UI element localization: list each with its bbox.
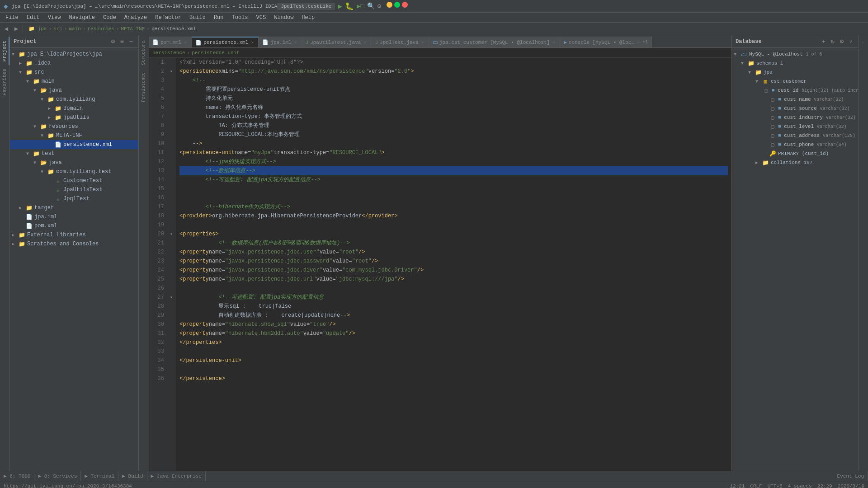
tree-arrow-icon[interactable]: ▶ xyxy=(12,241,18,247)
tree-item[interactable]: ▶📁External Libraries xyxy=(10,230,138,239)
maximize-button[interactable] xyxy=(394,2,400,8)
db-tree-item[interactable]: ▢■ cust_industry varchar(32) xyxy=(732,113,858,122)
menu-analyze[interactable]: Analyze xyxy=(121,14,151,22)
tab-db-customer[interactable]: 🗃 jpa.cst_customer [MySQL • @localhost] … xyxy=(429,37,560,47)
tree-arrow-icon[interactable]: ▼ xyxy=(33,160,40,165)
tab-close-jpa-utils-test[interactable]: ✕ xyxy=(363,40,367,45)
tree-item[interactable]: ▼📁com.iyiliang.test xyxy=(10,167,138,176)
bottom-tab-terminal[interactable]: ▶ Terminal xyxy=(81,471,118,481)
code-line[interactable]: 自动创建数据库表 : create|update|none--> xyxy=(179,311,728,320)
tree-item[interactable]: ▼📁src xyxy=(10,68,138,77)
tree-item[interactable]: ☕JpaUtilsTest xyxy=(10,185,138,194)
tab-close-pom[interactable]: ✕ xyxy=(183,40,188,45)
back-icon[interactable]: ◀ xyxy=(2,24,11,33)
code-content[interactable]: <?xml version="1.0" encoding="UTF-8"?><p… xyxy=(176,58,731,471)
db-tree-item[interactable]: ▢■ cust_name varchar(32) xyxy=(732,95,858,104)
menu-build[interactable]: Build xyxy=(186,14,209,22)
menu-code[interactable]: Code xyxy=(99,14,120,22)
tree-item[interactable]: ▼📁META-INF xyxy=(10,131,138,140)
vtab-favorites[interactable]: Favorites xyxy=(0,65,9,99)
db-tree-item[interactable]: ▢■ cust_id bigint(32) (auto increment) xyxy=(732,86,858,95)
tab-close-console[interactable]: ✕ xyxy=(636,40,641,45)
bottom-tab-javaee[interactable]: ▶ Java Enterprise xyxy=(147,471,206,481)
code-line[interactable]: </properties> xyxy=(179,338,728,347)
code-line[interactable]: TA: 分布式事务管理 xyxy=(179,121,728,130)
code-line[interactable]: <property name="javax.persistence.jdbc.u… xyxy=(179,248,728,257)
tree-arrow-icon[interactable]: ▼ xyxy=(41,97,47,102)
settings-icon[interactable]: ⚙ xyxy=(377,2,381,10)
tree-arrow-icon[interactable]: ▶ xyxy=(48,115,54,120)
tree-item[interactable]: ▼📁com.iyiliang xyxy=(10,95,138,104)
fold-icon[interactable]: ▾ xyxy=(170,295,173,300)
code-line[interactable]: <!--jpa的快速实现方式--> xyxy=(179,157,728,166)
tab-jpql-test[interactable]: J JpqlTest.java ✕ xyxy=(371,37,429,47)
code-breadcrumb-persistence[interactable]: persistence xyxy=(152,50,185,56)
search-icon[interactable]: 🔍 xyxy=(367,2,375,10)
tree-arrow-icon[interactable]: ▼ xyxy=(33,88,40,93)
db-settings-icon[interactable]: ⚙ xyxy=(838,38,845,45)
code-line[interactable]: </persistence-unit> xyxy=(179,356,728,365)
tab-persistence-xml[interactable]: 📄 persistence.xml ✕ xyxy=(192,37,259,47)
menu-navigate[interactable]: Navigate xyxy=(65,14,99,22)
breadcrumb-jpa[interactable]: 📁 jpa xyxy=(28,26,47,32)
code-line[interactable] xyxy=(179,365,728,374)
db-refresh-icon[interactable]: ↻ xyxy=(829,38,836,45)
tree-item[interactable]: ▼📁resources xyxy=(10,122,138,131)
code-line[interactable] xyxy=(179,284,728,293)
tree-arrow-icon[interactable]: ▼ xyxy=(41,133,47,138)
status-charset[interactable]: UTF-8 xyxy=(768,483,783,488)
sidebar-collapse-icon[interactable]: − xyxy=(127,38,135,45)
code-line[interactable] xyxy=(179,184,728,193)
tree-item[interactable]: ▼📂java xyxy=(10,86,138,95)
forward-icon[interactable]: ▶ xyxy=(12,24,21,33)
code-line[interactable] xyxy=(179,221,728,230)
code-line[interactable]: --> xyxy=(179,139,728,148)
run-icon[interactable]: ▶ xyxy=(338,2,342,11)
tree-item[interactable]: ☕JpqlTest xyxy=(10,194,138,203)
tab-jpa-utils-test[interactable]: J JpaUtilsTest.java ✕ xyxy=(302,37,372,47)
tree-arrow-icon[interactable]: ▼ xyxy=(12,52,18,57)
fold-icon[interactable]: ▾ xyxy=(170,231,173,237)
tree-item[interactable]: ▼📂java xyxy=(10,158,138,167)
menu-vcs[interactable]: VCS xyxy=(253,14,270,22)
code-line[interactable]: </persistence> xyxy=(179,374,728,383)
menu-run[interactable]: Run xyxy=(210,14,227,22)
menu-refactor[interactable]: Refactor xyxy=(151,14,185,22)
vtab-persistence[interactable]: Persistence xyxy=(140,69,148,106)
tree-arrow-icon[interactable]: ▼ xyxy=(33,124,40,129)
vtab-structure[interactable]: Structure xyxy=(140,37,148,69)
sidebar-expand-icon[interactable]: ≡ xyxy=(118,38,126,45)
tree-item[interactable]: ▼📁main xyxy=(10,77,138,86)
code-line[interactable]: 显示sql : true|false xyxy=(179,302,728,311)
db-tree-item[interactable]: ▢■ cust_address varchar(128) xyxy=(732,131,858,140)
db-tree-item[interactable]: ▢■ cust_phone varchar(64) xyxy=(732,140,858,149)
code-line[interactable] xyxy=(179,347,728,356)
code-line[interactable]: <property name="hibernate.show_sql" valu… xyxy=(179,320,728,329)
tab-pom-xml[interactable]: 📄 pom.xml ✕ xyxy=(149,37,192,47)
db-tree-item[interactable]: 🔑PRIMARY (cust_id) xyxy=(732,149,858,158)
tree-item[interactable]: ☕CustomerTest xyxy=(10,176,138,185)
tree-item[interactable]: 📄jpa.iml xyxy=(10,212,138,221)
db-tree-item[interactable]: ▢■ cust_source varchar(32) xyxy=(732,104,858,113)
tab-close-jpa-iml[interactable]: ✕ xyxy=(293,40,298,45)
vtab-project[interactable]: Project xyxy=(0,37,9,65)
code-line[interactable]: <property name="javax.persistence.jdbc.p… xyxy=(179,257,728,266)
code-breadcrumb-persistence-unit[interactable]: persistence-unit xyxy=(192,50,240,56)
tree-item[interactable]: 📄pom.xml xyxy=(10,221,138,230)
tab-close-db-customer[interactable]: ✕ xyxy=(552,40,556,45)
tree-item[interactable]: 📄persistence.xml xyxy=(10,140,138,149)
code-line[interactable]: transaction-type: 事务管理的方式 xyxy=(179,112,728,121)
db-tree-item[interactable]: ▶📁collations 197 xyxy=(732,158,858,167)
tree-arrow-icon[interactable]: ▼ xyxy=(41,169,47,174)
code-line[interactable] xyxy=(179,193,728,202)
run-config-selector[interactable]: JpqlTest.testLike xyxy=(277,3,335,10)
tree-arrow-icon[interactable]: ▼ xyxy=(26,151,33,156)
code-line[interactable]: <persistence-unit name="myJpa" transacti… xyxy=(179,148,728,157)
code-line[interactable]: <properties> xyxy=(179,230,728,239)
close-button[interactable] xyxy=(402,2,408,8)
tree-arrow-icon[interactable]: ▶ xyxy=(19,205,25,211)
tree-arrow-icon[interactable]: ▶ xyxy=(19,61,25,66)
sidebar-settings-icon[interactable]: ⚙ xyxy=(109,38,117,45)
tree-item[interactable]: ▼📁jpa E:\IdeaProjects\jpa xyxy=(10,50,138,59)
tree-arrow-icon[interactable]: ▶ xyxy=(12,232,18,238)
